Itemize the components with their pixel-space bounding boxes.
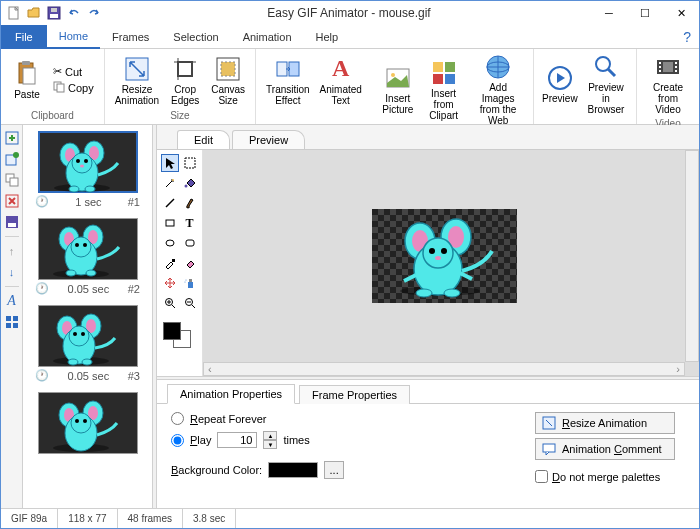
horizontal-scrollbar[interactable]: ‹› xyxy=(203,362,685,376)
transition-button[interactable]: Transition Effect xyxy=(262,53,314,108)
grid-icon[interactable] xyxy=(3,313,21,331)
svg-rect-14 xyxy=(289,62,299,76)
clock-icon: 🕐 xyxy=(35,195,49,208)
times-label: times xyxy=(283,434,309,446)
frame-thumb xyxy=(38,131,138,193)
frame-item[interactable]: 🕐0.05 sec#2 xyxy=(27,218,148,297)
svg-rect-18 xyxy=(445,62,455,72)
tab-animation[interactable]: Animation xyxy=(231,25,304,49)
tab-animation-properties[interactable]: Animation Properties xyxy=(167,384,295,404)
properties-tabs: Animation Properties Frame Properties xyxy=(157,380,699,404)
insert-frame-icon[interactable] xyxy=(3,150,21,168)
ribbon-group-insert: Insert Picture Insert from Clipart Add I… xyxy=(372,49,534,124)
preview-button[interactable]: Preview xyxy=(540,62,580,106)
ellipse-tool[interactable] xyxy=(161,234,179,252)
delete-frame-icon[interactable] xyxy=(3,192,21,210)
vertical-scrollbar[interactable] xyxy=(685,150,699,362)
zoom-in-tool[interactable] xyxy=(161,294,179,312)
tab-preview[interactable]: Preview xyxy=(232,130,305,149)
add-from-web-button[interactable]: Add Images from the Web xyxy=(469,51,526,128)
eraser-tool[interactable] xyxy=(181,254,199,272)
frame-item[interactable] xyxy=(27,392,148,454)
text-tool[interactable]: T xyxy=(181,214,199,232)
brush-tool[interactable] xyxy=(181,194,199,212)
pointer-tool[interactable] xyxy=(161,154,179,172)
insert-clipart-button[interactable]: Insert from Clipart xyxy=(420,57,468,123)
minimize-button[interactable]: ─ xyxy=(591,1,627,25)
save-icon[interactable] xyxy=(45,4,63,22)
move-tool[interactable] xyxy=(161,274,179,292)
svg-point-24 xyxy=(596,57,610,71)
svg-point-53 xyxy=(84,159,88,163)
duplicate-frame-icon[interactable] xyxy=(3,171,21,189)
open-icon[interactable] xyxy=(25,4,43,22)
rect-tool[interactable] xyxy=(161,214,179,232)
merge-palettes-checkbox[interactable] xyxy=(535,470,548,483)
edit-text-icon[interactable]: A xyxy=(3,292,21,310)
frame-item[interactable]: 🕐1 sec#1 xyxy=(27,131,148,210)
rounded-rect-tool[interactable] xyxy=(181,234,199,252)
crop-button[interactable]: Crop Edges xyxy=(165,53,205,108)
canvas-viewport[interactable] xyxy=(203,150,685,362)
bg-color-browse[interactable]: ... xyxy=(324,461,344,479)
marquee-tool[interactable] xyxy=(181,154,199,172)
line-tool[interactable] xyxy=(161,194,179,212)
copy-icon xyxy=(53,81,65,95)
frame-item[interactable]: 🕐0.05 sec#3 xyxy=(27,305,148,384)
tab-selection[interactable]: Selection xyxy=(161,25,230,49)
right-area: Edit Preview T xyxy=(157,125,699,508)
canvas-size-button[interactable]: Canvas Size xyxy=(207,53,249,108)
main-area: ↑ ↓ A 🕐1 sec#1 🕐0.05 sec#2 🕐0.05 sec#3 E… xyxy=(1,125,699,508)
move-down-icon[interactable]: ↓ xyxy=(3,263,21,281)
tab-edit[interactable]: Edit xyxy=(177,130,230,149)
clock-icon: 🕐 xyxy=(35,369,49,382)
tab-frame-properties[interactable]: Frame Properties xyxy=(299,385,410,404)
tab-home[interactable]: Home xyxy=(47,25,100,49)
create-from-video-button[interactable]: Create from Video xyxy=(643,51,693,117)
eyedropper-tool[interactable] xyxy=(161,254,179,272)
fill-tool[interactable] xyxy=(181,174,199,192)
crop-icon xyxy=(171,55,199,83)
properties-panel: Animation Properties Frame Properties RR… xyxy=(157,380,699,508)
animation-comment-button[interactable]: Animation Comment xyxy=(535,438,675,460)
spray-tool[interactable] xyxy=(181,274,199,292)
file-menu[interactable]: File xyxy=(1,25,47,49)
ribbon-group-preview: Preview Preview in Browser xyxy=(534,49,637,124)
paste-button[interactable]: Paste xyxy=(7,58,47,102)
preview-browser-button[interactable]: Preview in Browser xyxy=(582,51,630,117)
add-frame-icon[interactable] xyxy=(3,129,21,147)
cut-button[interactable]: ✂Cut xyxy=(49,64,98,79)
svg-rect-95 xyxy=(188,282,193,288)
resize-animation-button-2[interactable]: Resize Animation xyxy=(535,412,675,434)
insert-picture-button[interactable]: Insert Picture xyxy=(378,62,418,117)
wand-tool[interactable] xyxy=(161,174,179,192)
resize-animation-button[interactable]: Resize Animation xyxy=(111,53,163,108)
foreground-color[interactable] xyxy=(163,322,181,340)
bg-color-swatch[interactable] xyxy=(268,462,318,478)
svg-point-65 xyxy=(83,243,87,247)
help-icon[interactable]: ? xyxy=(683,29,691,45)
animated-text-button[interactable]: AAnimated Text xyxy=(316,53,366,108)
tab-frames[interactable]: Frames xyxy=(100,25,161,49)
play-count-input[interactable] xyxy=(217,432,257,448)
save-frame-icon[interactable] xyxy=(3,213,21,231)
play-count-stepper[interactable]: ▲▼ xyxy=(263,431,277,449)
svg-rect-29 xyxy=(675,62,677,64)
redo-icon[interactable] xyxy=(85,4,103,22)
left-toolbar: ↑ ↓ A xyxy=(1,125,23,508)
play-radio[interactable] xyxy=(171,434,184,447)
frame-list[interactable]: 🕐1 sec#1 🕐0.05 sec#2 🕐0.05 sec#3 xyxy=(23,125,153,508)
repeat-forever-radio[interactable] xyxy=(171,412,184,425)
svg-point-110 xyxy=(435,256,441,260)
svg-rect-40 xyxy=(8,223,16,227)
close-button[interactable]: ✕ xyxy=(663,1,699,25)
undo-icon[interactable] xyxy=(65,4,83,22)
tab-help[interactable]: Help xyxy=(304,25,351,49)
canvas-icon xyxy=(214,55,242,83)
new-icon[interactable] xyxy=(5,4,23,22)
svg-rect-28 xyxy=(659,70,661,72)
move-up-icon[interactable]: ↑ xyxy=(3,242,21,260)
maximize-button[interactable]: ☐ xyxy=(627,1,663,25)
zoom-out-tool[interactable] xyxy=(181,294,199,312)
copy-button[interactable]: Copy xyxy=(49,80,98,96)
